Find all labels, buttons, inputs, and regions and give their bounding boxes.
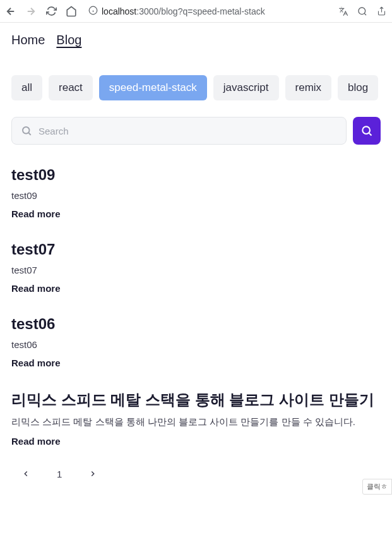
nav-link-home[interactable]: Home xyxy=(11,33,45,47)
svg-line-8 xyxy=(369,133,372,136)
svg-point-7 xyxy=(362,126,370,134)
toolbar-right-icons xyxy=(338,6,387,17)
next-page-button[interactable] xyxy=(87,468,98,479)
post-title[interactable]: 리믹스 스피드 메탈 스택을 통해 블로그 사이트 만들기 xyxy=(11,390,381,410)
search-button[interactable] xyxy=(353,117,381,145)
posts-list: test09test09Read moretest07test07Read mo… xyxy=(11,166,381,447)
tag-blog[interactable]: blog xyxy=(338,75,378,100)
search-row xyxy=(11,117,381,145)
search-input[interactable] xyxy=(39,126,337,136)
prev-page-button[interactable] xyxy=(20,468,32,479)
post-title[interactable]: test06 xyxy=(11,315,381,333)
search-box[interactable] xyxy=(11,117,347,145)
post-item: test06test06Read more xyxy=(11,315,381,368)
url-text: localhost:3000/blog?q=speed-metal-stack xyxy=(102,6,265,16)
post-title[interactable]: test07 xyxy=(11,241,381,258)
page-number: 1 xyxy=(57,469,62,479)
post-excerpt: 리믹스 스피드 메탈 스택을 통해 나만의 블로그 사이트 만들기를 만들 수 … xyxy=(11,416,381,428)
post-excerpt: test09 xyxy=(11,190,381,201)
back-button[interactable] xyxy=(5,6,16,17)
home-button[interactable] xyxy=(66,6,77,17)
reload-button[interactable] xyxy=(45,6,57,17)
tag-speed-metal-stack[interactable]: speed-metal-stack xyxy=(99,75,207,100)
page-content: Home Blog allreactspeed-metal-stackjavas… xyxy=(0,23,392,490)
zoom-icon[interactable] xyxy=(357,6,368,17)
nav-link-blog[interactable]: Blog xyxy=(56,33,81,47)
nav-icons xyxy=(5,6,77,17)
post-excerpt: test07 xyxy=(11,265,381,275)
share-icon[interactable] xyxy=(376,6,387,17)
pagination: 1 xyxy=(11,468,381,479)
read-more-link[interactable]: Read more xyxy=(11,436,381,447)
post-excerpt: test06 xyxy=(11,339,381,350)
post-item: 리믹스 스피드 메탈 스택을 통해 블로그 사이트 만들기리믹스 스피드 메탈 … xyxy=(11,390,381,447)
url-bar[interactable]: localhost:3000/blog?q=speed-metal-stack xyxy=(85,6,330,17)
search-icon xyxy=(21,125,32,136)
translate-icon[interactable] xyxy=(338,6,349,17)
post-item: test09test09Read more xyxy=(11,166,381,219)
tag-javascript[interactable]: javascript xyxy=(213,75,279,100)
tag-list: allreactspeed-metal-stackjavascriptremix… xyxy=(11,75,381,100)
header-nav: Home Blog xyxy=(11,33,381,47)
svg-line-4 xyxy=(364,13,366,15)
svg-point-3 xyxy=(359,8,365,15)
read-more-link[interactable]: Read more xyxy=(11,358,381,368)
tag-all[interactable]: all xyxy=(11,75,42,100)
tag-react[interactable]: react xyxy=(49,75,93,100)
post-title[interactable]: test09 xyxy=(11,166,381,184)
svg-point-5 xyxy=(23,127,30,134)
post-item: test07test07Read more xyxy=(11,241,381,294)
read-more-link[interactable]: Read more xyxy=(11,283,381,294)
floating-badge[interactable]: 클릭ㅎ xyxy=(362,479,392,495)
forward-button[interactable] xyxy=(25,6,37,17)
browser-toolbar: localhost:3000/blog?q=speed-metal-stack xyxy=(0,0,392,23)
read-more-link[interactable]: Read more xyxy=(11,208,381,219)
search-icon xyxy=(360,124,373,137)
svg-line-6 xyxy=(28,133,30,135)
tag-remix[interactable]: remix xyxy=(285,75,332,100)
site-info-icon[interactable] xyxy=(88,6,98,17)
